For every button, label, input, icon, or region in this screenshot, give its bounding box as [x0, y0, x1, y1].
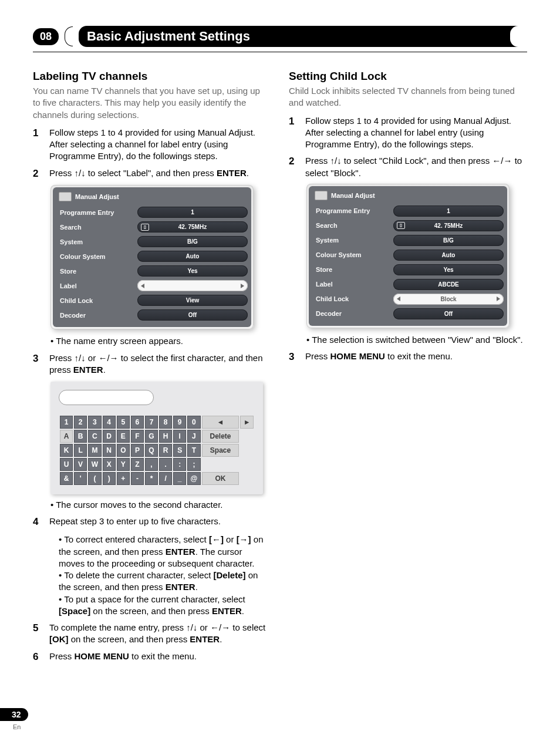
keyboard-key[interactable]: G: [145, 430, 158, 443]
osd-row-value: Auto: [393, 250, 504, 261]
keyboard-key[interactable]: V: [74, 458, 87, 471]
left-column: Labeling TV channels You can name TV cha…: [33, 70, 268, 669]
keyboard-key[interactable]: C: [88, 430, 101, 443]
osd-row-label: Decoder: [312, 310, 387, 317]
keyboard-key[interactable]: A: [60, 430, 73, 443]
keyboard-key[interactable]: 2: [74, 416, 87, 429]
keyboard-key[interactable]: D: [103, 430, 116, 443]
leftright-icon: ←/→: [98, 353, 118, 363]
osd-row-value: Off: [137, 309, 248, 321]
osd-row: Child LockView: [56, 293, 248, 308]
osd-row-label: System: [312, 237, 387, 244]
keyboard-key[interactable]: 4: [103, 416, 116, 429]
osd-row-label: Programme Entry: [56, 209, 131, 216]
keyboard-key[interactable]: &: [60, 472, 73, 485]
keyboard-key[interactable]: @: [187, 472, 201, 485]
keyboard-key[interactable]: B: [74, 430, 87, 443]
keyboard-key[interactable]: 6: [131, 416, 144, 429]
keyboard-key[interactable]: 3: [88, 416, 101, 429]
keyboard-key[interactable]: .: [159, 458, 172, 471]
osd-row: Search▯42. 75MHz: [56, 220, 248, 234]
osd-rows: Programme Entry1Search▯42. 75MHzSystemB/…: [312, 204, 504, 321]
keyboard-key[interactable]: 9: [173, 416, 186, 429]
keyboard-key[interactable]: 1: [60, 416, 73, 429]
osd-row-label: Decoder: [56, 312, 131, 319]
keyboard-key[interactable]: -: [131, 472, 144, 485]
keyboard-key[interactable]: M: [88, 444, 101, 457]
updown-icon: ↑/↓: [186, 622, 197, 632]
keyboard-key[interactable]: K: [60, 444, 73, 457]
osd-row: StoreYes: [312, 262, 504, 277]
note: To put a space for the current character…: [59, 594, 268, 618]
keyboard-key[interactable]: ◄: [202, 416, 239, 429]
osd-manual-adjust-childlock: Manual Adjust Programme Entry1Search▯42.…: [306, 184, 510, 328]
keyboard-key[interactable]: Q: [145, 444, 158, 457]
keyboard-key[interactable]: *: [145, 472, 158, 485]
keyboard-key[interactable]: ): [103, 472, 116, 485]
keyboard-key[interactable]: [202, 458, 239, 471]
keyboard-key[interactable]: OK: [202, 472, 239, 485]
keyboard-key[interactable]: _: [173, 472, 186, 485]
keyboard-key[interactable]: H: [159, 430, 172, 443]
step-body: To complete the name entry, press ↑/↓ or…: [49, 622, 268, 646]
bracket-left-icon: [←]: [209, 534, 224, 544]
keyboard-key[interactable]: E: [117, 430, 130, 443]
keyboard-key[interactable]: Y: [117, 458, 130, 471]
keyboard-key[interactable]: +: [117, 472, 130, 485]
keyboard-key[interactable]: I: [173, 430, 186, 443]
step-number: 1: [33, 127, 42, 163]
keyboard-key[interactable]: T: [187, 444, 201, 457]
keyboard-key[interactable]: /: [159, 472, 172, 485]
keyboard-key[interactable]: :: [173, 458, 186, 471]
osd-row-label: Search: [56, 224, 131, 231]
keyboard-key[interactable]: N: [103, 444, 116, 457]
keyboard-key[interactable]: ,: [145, 458, 158, 471]
osd-row-label: Store: [56, 268, 131, 275]
keyboard-key[interactable]: J: [187, 430, 201, 443]
right-column: Setting Child Lock Child Lock inhibits s…: [289, 70, 524, 669]
osd-title: Manual Adjust: [75, 193, 119, 200]
keyboard-key[interactable]: Delete: [202, 430, 239, 443]
leftright-icon: ←/→: [492, 156, 512, 166]
page-number: 32: [0, 708, 28, 721]
keyboard-grid: 1234567890◄►ABCDEFGHIJDeleteKLMNOPQRSTSp…: [59, 415, 255, 486]
note: The cursor moves to the second character…: [50, 499, 268, 511]
keyboard-key[interactable]: P: [131, 444, 144, 457]
section-heading-labeling: Labeling TV channels: [33, 70, 268, 83]
keyboard-key[interactable]: (: [88, 472, 101, 485]
keyboard-key[interactable]: 7: [145, 416, 158, 429]
osd-row: SystemB/G: [312, 233, 504, 248]
keyboard-key[interactable]: ►: [240, 416, 254, 429]
keyboard-key[interactable]: L: [74, 444, 87, 457]
keyboard-key[interactable]: 0: [187, 416, 201, 429]
step-body: Press HOME MENU to exit the menu.: [49, 651, 268, 664]
chapter-title: Basic Adjustment Settings: [79, 26, 527, 47]
keyboard-key[interactable]: W: [88, 458, 101, 471]
tv-icon: [59, 192, 72, 201]
chapter-number: 08: [33, 28, 59, 45]
osd-title: Manual Adjust: [331, 192, 375, 199]
osd-row-label: Programme Entry: [312, 207, 387, 214]
keyboard-key[interactable]: ;: [187, 458, 201, 471]
osd-row-value: Yes: [393, 264, 504, 275]
keyboard-key[interactable]: ': [74, 472, 87, 485]
osd-row-value: B/G: [137, 236, 248, 247]
osd-row-value: ▯42. 75MHz: [137, 221, 248, 233]
keyboard-key[interactable]: R: [159, 444, 172, 457]
keyboard-key[interactable]: O: [117, 444, 130, 457]
keyboard-key[interactable]: Space: [202, 444, 239, 457]
keyboard-key[interactable]: U: [60, 458, 73, 471]
keyboard-key[interactable]: 5: [117, 416, 130, 429]
keyboard-key[interactable]: S: [173, 444, 186, 457]
note: To correct entered characters, select [←…: [59, 534, 268, 570]
osd-row-label: Child Lock: [56, 297, 131, 304]
step-number: 2: [289, 155, 298, 179]
osd-row-value: ABCDE: [393, 279, 504, 290]
keyboard-key[interactable]: X: [103, 458, 116, 471]
osd-row-value: [137, 280, 248, 291]
osd-row: DecoderOff: [56, 308, 248, 322]
section-heading-childlock: Setting Child Lock: [289, 70, 524, 83]
keyboard-key[interactable]: F: [131, 430, 144, 443]
keyboard-key[interactable]: 8: [159, 416, 172, 429]
keyboard-key[interactable]: Z: [131, 458, 144, 471]
